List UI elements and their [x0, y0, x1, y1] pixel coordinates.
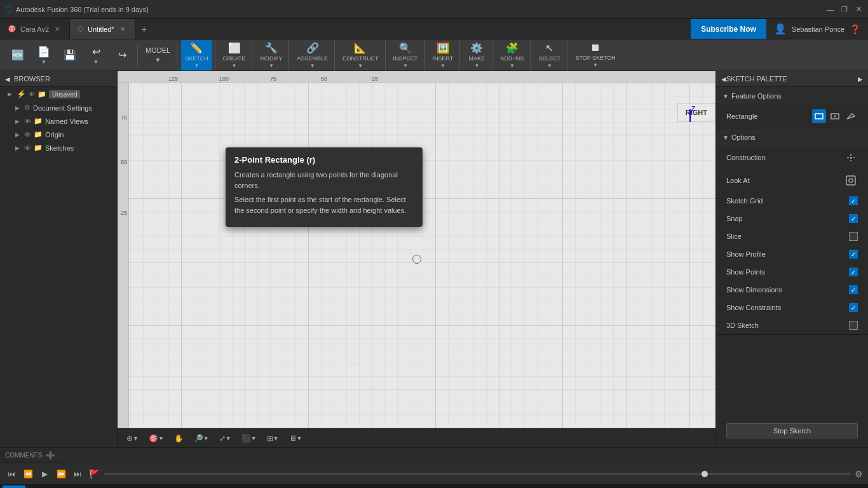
- show-profile-checkbox[interactable]: [849, 250, 858, 259]
- zoom-fit-button[interactable]: ⤢ ▼: [215, 432, 235, 445]
- namedviews-label: Named Views: [45, 118, 88, 125]
- svg-rect-2: [815, 114, 823, 119]
- browser-collapse-icon[interactable]: ◀: [5, 76, 10, 83]
- show-constraints-checkbox[interactable]: [849, 303, 858, 312]
- stop-sketch-button[interactable]: Stop Sketch: [726, 423, 858, 438]
- maximize-button[interactable]: ❐: [840, 5, 849, 14]
- canvas-grid[interactable]: 125 100 75 50 25 75 60 25 2-Point Rectan…: [118, 71, 715, 447]
- tab-untitled-close[interactable]: ✕: [118, 25, 127, 34]
- rect-3point-button[interactable]: [844, 109, 858, 123]
- timeline-end-button[interactable]: ⏭: [71, 468, 84, 480]
- timeline-prev-button[interactable]: ⏪: [22, 468, 34, 480]
- ruler-left-75: 75: [121, 114, 127, 121]
- sketch-label: SKETCH: [185, 55, 208, 62]
- taskbar-search-button[interactable]: 🔍: [25, 485, 48, 488]
- sidebar-item-origin[interactable]: ▶ 👁 📁 Origin: [0, 128, 117, 141]
- timeline-start-button[interactable]: ⏮: [5, 468, 18, 480]
- tab-cara-close[interactable]: ✕: [53, 25, 62, 34]
- stopsketch-button[interactable]: ⏹ STOP SKETCH ▼: [571, 40, 619, 70]
- ruler-top-75: 75: [270, 76, 276, 82]
- undo-button[interactable]: ↩ ▼: [83, 44, 109, 67]
- assemble-button[interactable]: 🔗 ASSEMBLE ▼: [293, 40, 332, 71]
- user-name: Sebastian Ponce: [792, 25, 844, 33]
- quick-access-group: 🆕 📄 ▼ 💾 ↩ ▼ ↪: [3, 44, 138, 67]
- taskbar-mail-button[interactable]: ✉: [140, 485, 163, 488]
- display-settings-button[interactable]: 🖥 ▼: [285, 432, 306, 445]
- close-button[interactable]: ✕: [854, 5, 863, 14]
- taskbar-chrome-button[interactable]: 🌐: [163, 485, 186, 488]
- expand-arrow-origin: ▶: [15, 132, 22, 138]
- make-group: ⚙️ MAKE ▼: [461, 40, 492, 71]
- help-icon[interactable]: ❓: [850, 24, 860, 34]
- sidebar-item-sketches[interactable]: ▶ 👁 📁 Sketches: [0, 141, 117, 154]
- show-points-row: Show Points: [716, 263, 868, 281]
- show-points-checkbox[interactable]: [849, 268, 858, 276]
- 3d-sketch-checkbox[interactable]: [849, 321, 858, 330]
- tab-add-button[interactable]: +: [135, 19, 153, 39]
- view-cube-button[interactable]: ⬛ ▼: [238, 432, 261, 445]
- timeline-marker-button[interactable]: 🚩: [88, 468, 100, 480]
- timeline-play-button[interactable]: ▶: [38, 468, 51, 480]
- feature-options-header[interactable]: ▼ Feature Options: [716, 87, 868, 105]
- file-menu-button[interactable]: 📄 ▼: [31, 44, 57, 67]
- taskbar-store-button[interactable]: 🛍: [94, 485, 117, 488]
- make-button[interactable]: ⚙️ MAKE ▼: [464, 40, 489, 71]
- snap-row: Snap: [716, 210, 868, 227]
- select-button[interactable]: ↖ SELECT ▼: [534, 40, 564, 71]
- create-button[interactable]: ⬜ CREATE ▼: [219, 40, 250, 71]
- construction-button[interactable]: [844, 151, 858, 165]
- look-at-button[interactable]: 🎯 ▼: [145, 432, 168, 445]
- visibility-icon[interactable]: 👁: [29, 91, 35, 98]
- inspect-button[interactable]: 🔍 INSPECT ▼: [390, 40, 422, 71]
- grid-settings-button[interactable]: ⊞ ▼: [263, 432, 283, 445]
- sidebar-item-file[interactable]: ▶ ⚡ 👁 📁 Unsaved: [0, 87, 117, 101]
- unsaved-badge: Unsaved: [49, 90, 80, 98]
- taskbar-soda-button[interactable]: ⬡: [208, 485, 231, 488]
- tab-untitled[interactable]: ⬡ Untitled* ✕: [70, 19, 135, 39]
- insert-button[interactable]: 🖼️ INSERT ▼: [429, 40, 458, 71]
- tab-cara[interactable]: 🎯 Cara Av2 ✕: [0, 19, 70, 39]
- rect-center-button[interactable]: [828, 109, 842, 123]
- orbit-button[interactable]: ⊕ ▼: [123, 432, 142, 445]
- options-header[interactable]: ▼ Options: [716, 128, 868, 146]
- sketch-button[interactable]: ✏️ SKETCH ▼: [181, 40, 212, 71]
- add-comment-icon[interactable]: ➕: [46, 451, 55, 460]
- sketch-grid-checkbox[interactable]: [849, 196, 858, 205]
- feature-options-section: ▼ Feature Options Rectangle: [716, 87, 868, 128]
- canvas-area[interactable]: 125 100 75 50 25 75 60 25 2-Point Rectan…: [118, 71, 715, 447]
- look-at-panel-button[interactable]: [844, 173, 858, 187]
- look-at-row: Look At: [716, 169, 868, 192]
- taskbar-spotify-button[interactable]: ♫: [186, 485, 208, 488]
- origin-eye-icon: 👁: [24, 131, 31, 139]
- sidebar-item-docsettings[interactable]: ▶ ⚙ Document Settings: [0, 101, 117, 114]
- windows-start-button[interactable]: [3, 485, 25, 488]
- timeline-next-button[interactable]: ⏩: [55, 468, 67, 480]
- construct-button[interactable]: 📐 CONSTRUCT ▼: [339, 40, 383, 71]
- palette-expand-icon[interactable]: ◀: [721, 76, 726, 83]
- timeline-settings-button[interactable]: ⚙: [855, 469, 863, 479]
- taskbar-task-view-button[interactable]: ⊞: [48, 485, 71, 488]
- model-button[interactable]: MODEL ▼: [142, 44, 174, 65]
- subscribe-button[interactable]: Subscribe Now: [691, 19, 766, 39]
- palette-arrow-icon[interactable]: ▶: [858, 76, 863, 83]
- taskbar-pdf-button[interactable]: 📄: [117, 485, 140, 488]
- show-dimensions-checkbox[interactable]: [849, 285, 858, 294]
- slice-checkbox[interactable]: [849, 232, 858, 241]
- addins-button[interactable]: 🧩 ADD-INS ▼: [496, 40, 527, 71]
- redo-button[interactable]: ↪: [109, 47, 135, 63]
- sidebar-item-namedviews[interactable]: ▶ 👁 📁 Named Views: [0, 114, 117, 128]
- taskbar-file-explorer-button[interactable]: 📁: [71, 485, 94, 488]
- timeline-slider[interactable]: [104, 473, 851, 475]
- taskbar-word-button[interactable]: W: [231, 485, 254, 488]
- zoom-button[interactable]: 🔎 ▼: [190, 432, 213, 445]
- pan-button[interactable]: ✋: [170, 432, 187, 445]
- taskbar: 🔍 ⊞ 📁 🛍 📄 ✉ 🌐 ♫ ⬡ W 📡 🔊 🔋 ❓ 👤 ESP 23:00 …: [0, 484, 868, 488]
- modify-button[interactable]: 🔧 MODIFY ▼: [256, 40, 286, 71]
- minimize-button[interactable]: —: [826, 5, 835, 14]
- snap-checkbox[interactable]: [849, 214, 858, 223]
- crosshair: [412, 255, 421, 264]
- save-button[interactable]: 💾: [57, 47, 83, 63]
- sketch-grid-row: Sketch Grid: [716, 192, 868, 210]
- rect-normal-button[interactable]: [812, 109, 826, 123]
- new-design-button[interactable]: 🆕: [5, 47, 31, 63]
